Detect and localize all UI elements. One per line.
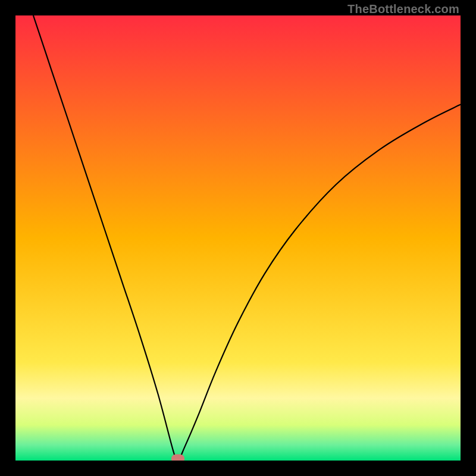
curve-svg (15, 15, 461, 461)
optimal-point-marker (171, 455, 184, 461)
attribution-text: TheBottleneck.com (347, 2, 459, 16)
bottleneck-curve-path (33, 15, 461, 461)
chart-frame: TheBottleneck.com (0, 0, 476, 476)
plot-area (15, 15, 461, 461)
